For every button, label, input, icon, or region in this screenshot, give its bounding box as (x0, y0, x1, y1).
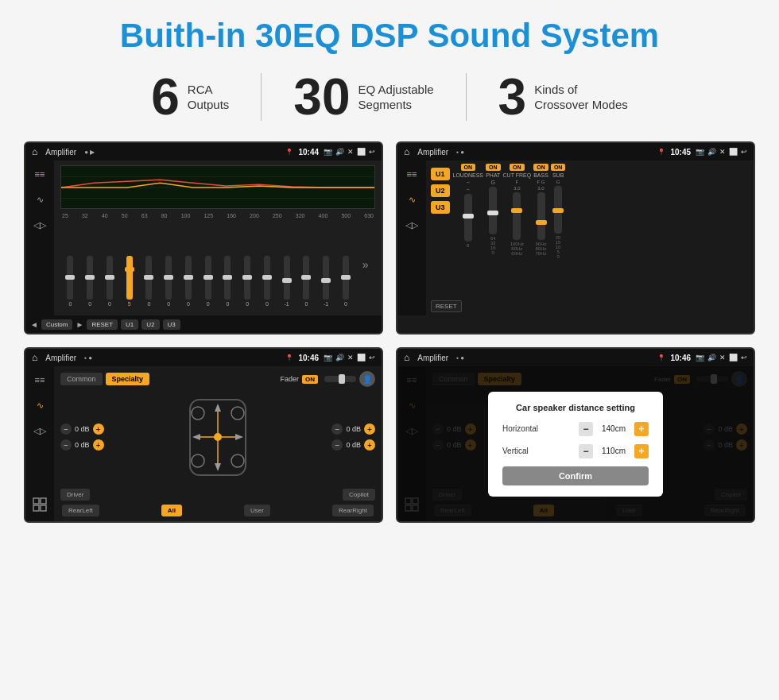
vol-val-3: 0 dB (346, 425, 361, 433)
vertical-minus-btn[interactable]: − (579, 444, 593, 458)
loudness-track[interactable] (464, 194, 472, 242)
eq-slider-11[interactable]: 0 (264, 256, 270, 307)
eq-u2-btn[interactable]: U2 (141, 319, 159, 330)
vol-plus-3[interactable]: + (364, 423, 375, 435)
vol-minus-1[interactable]: − (60, 423, 72, 435)
bass-label: BASS (533, 172, 548, 178)
stat-eq-number: 30 (293, 72, 350, 122)
cross-u2-btn[interactable]: U2 (431, 184, 450, 197)
horizontal-plus-btn[interactable]: + (634, 422, 649, 436)
phat-track[interactable] (489, 187, 497, 234)
eq-app-title: Amplifier (45, 148, 76, 157)
confirm-button[interactable]: Confirm (502, 466, 649, 485)
bass-track[interactable] (537, 192, 545, 240)
fader-vol-icon[interactable]: ◁▷ (30, 423, 49, 438)
eq-slider-15[interactable]: 0 (343, 256, 349, 307)
sub-on[interactable]: ON (551, 164, 566, 171)
horizontal-minus-btn[interactable]: − (579, 422, 593, 436)
phat-label: PHAT (486, 172, 500, 178)
stat-eq: 30 EQ AdjustableSegments (262, 72, 465, 122)
svg-point-15 (192, 407, 204, 420)
cross-u3-btn[interactable]: U3 (431, 201, 450, 214)
eq-slider-5[interactable]: 0 (145, 256, 152, 307)
eq-wave-icon[interactable]: ∿ (30, 192, 49, 207)
stats-row: 6 RCAOutputs 30 EQ AdjustableSegments 3 … (32, 72, 747, 122)
eq-u3-btn[interactable]: U3 (163, 319, 180, 330)
cross-controls-row: ON LOUDNESS ~ ~ 0 ON PHAT (453, 164, 749, 291)
dist-home-icon[interactable]: ⌂ (404, 352, 409, 363)
fader-slider[interactable] (324, 376, 356, 382)
eq-next-btn[interactable]: ► (76, 320, 83, 329)
fader-time: 10:46 (298, 354, 319, 362)
eq-reset-btn[interactable]: RESET (87, 319, 118, 330)
eq-slider-7[interactable]: 0 (185, 256, 192, 307)
eq-slider-12[interactable]: -1 (284, 256, 290, 307)
eq-slider-14[interactable]: -1 (323, 256, 329, 307)
vol-val-1: 0 dB (75, 425, 90, 433)
cross-vol-icon[interactable]: ◁▷ (402, 218, 421, 232)
sub-track[interactable] (554, 186, 562, 234)
fader-tab-common[interactable]: Common (60, 373, 103, 385)
eq-slider-2[interactable]: 0 (87, 256, 93, 307)
cross-reset-btn[interactable]: RESET (431, 300, 462, 312)
eq-left-sidebar: ≡≡ ∿ ◁▷ (25, 160, 54, 315)
eq-volume-icon[interactable]: ◁▷ (30, 218, 49, 232)
cross-wave-icon[interactable]: ∿ (402, 192, 421, 207)
loudness-on[interactable]: ON (461, 164, 476, 171)
fader-tune-icon[interactable]: ≡≡ (30, 373, 49, 387)
cross-home-icon[interactable]: ⌂ (404, 146, 409, 157)
driver-btn[interactable]: Driver (60, 489, 90, 501)
fader-expand-icon[interactable] (33, 497, 47, 515)
profile-icon[interactable]: 👤 (359, 371, 375, 387)
svg-rect-6 (41, 505, 46, 511)
vol-plus-1[interactable]: + (93, 423, 104, 435)
eq-slider-8[interactable]: 0 (205, 256, 211, 307)
eq-slider-3[interactable]: 0 (107, 256, 113, 307)
svg-marker-14 (235, 434, 243, 440)
fader-app-title: Amplifier (45, 354, 76, 362)
eq-prev-btn[interactable]: ◄ (30, 320, 38, 329)
rearleft-btn[interactable]: RearLeft (62, 505, 99, 516)
cross-u1-btn[interactable]: U1 (431, 168, 450, 180)
vol-plus-4[interactable]: + (364, 439, 375, 451)
cutfreq-track[interactable] (513, 192, 521, 240)
cross-tune-icon[interactable]: ≡≡ (402, 167, 421, 181)
eq-home-icon[interactable]: ⌂ (32, 146, 37, 157)
eq-slider-4[interactable]: 5 (126, 256, 133, 307)
stat-rca-number: 6 (151, 72, 180, 122)
vol-ctrl-2: − 0 dB + (60, 439, 104, 451)
stat-rca-label: RCAOutputs (188, 82, 230, 113)
fader-wave-icon[interactable]: ∿ (30, 398, 49, 412)
rearright-btn[interactable]: RearRight (332, 505, 374, 516)
eq-slider-1[interactable]: 0 (67, 256, 73, 307)
phat-col: ON PHAT G 6432160 (486, 164, 501, 255)
distance-screen-panel: ⌂ Amplifier ▪ ● 📍 10:46 📷🔊✕⬜↩ ≡≡ ∿ ◁▷ (396, 347, 755, 523)
cutfreq-on[interactable]: ON (510, 164, 525, 171)
fader-home-icon[interactable]: ⌂ (32, 352, 37, 363)
phat-on[interactable]: ON (486, 164, 501, 171)
cutfreq-label: CUT FREQ (503, 172, 532, 178)
copilot-btn[interactable]: Copilot (343, 489, 375, 501)
fader-tab-specialty[interactable]: Specialty (106, 373, 150, 385)
eq-slider-10[interactable]: 0 (244, 256, 250, 307)
eq-tune-icon[interactable]: ≡≡ (30, 167, 49, 181)
svg-rect-3 (33, 498, 39, 504)
vol-plus-2[interactable]: + (93, 439, 104, 451)
cross-presets: U1 U2 U3 (431, 164, 450, 291)
eq-slider-9[interactable]: 0 (224, 256, 231, 307)
vol-minus-3[interactable]: − (331, 423, 343, 435)
vol-minus-4[interactable]: − (331, 439, 343, 451)
eq-bottom-bar: ◄ Custom ► RESET U1 U2 U3 (25, 315, 382, 333)
fader-label: Fader (280, 375, 299, 383)
eq-u1-btn[interactable]: U1 (121, 319, 138, 330)
user-btn[interactable]: User (244, 505, 270, 516)
eq-slider-6[interactable]: 0 (165, 256, 172, 307)
stat-eq-label: EQ AdjustableSegments (358, 82, 434, 113)
eq-slider-13[interactable]: 0 (303, 256, 309, 307)
crossover-status-bar: ⌂ Amplifier ▪ ● 📍 10:45 📷🔊✕⬜↩ (397, 143, 754, 160)
vol-minus-2[interactable]: − (60, 439, 72, 451)
bass-on[interactable]: ON (533, 164, 548, 171)
fader-on-toggle[interactable]: ON (302, 375, 318, 384)
vertical-plus-btn[interactable]: + (634, 444, 649, 458)
all-btn[interactable]: All (161, 505, 182, 516)
